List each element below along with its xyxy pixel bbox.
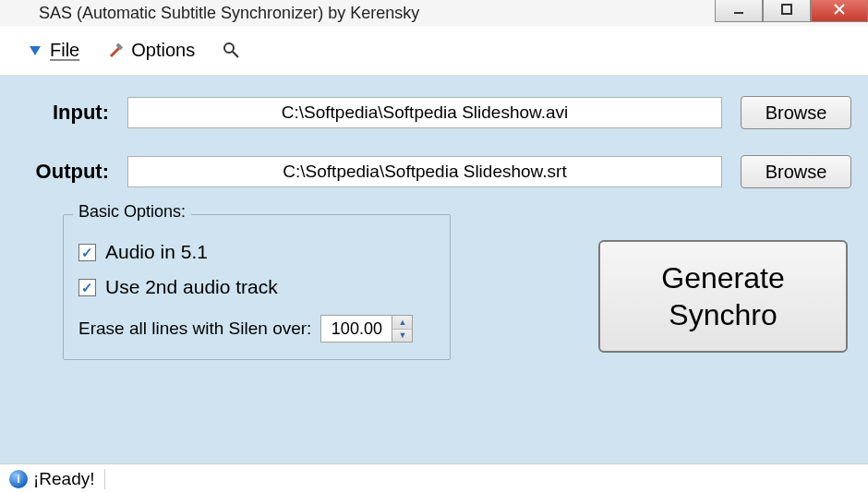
menu-options[interactable]: Options: [100, 36, 202, 65]
check-icon: ✓: [81, 281, 93, 295]
input-path-field[interactable]: C:\Softpedia\Softpedia Slideshow.avi: [127, 97, 722, 128]
status-section: i ¡Ready!: [9, 469, 105, 489]
generate-synchro-button[interactable]: Generate Synchro: [598, 240, 848, 353]
window-controls: [715, 0, 868, 22]
tools-icon: [107, 42, 126, 60]
input-row: Input: C:\Softpedia\Softpedia Slideshow.…: [17, 96, 851, 129]
menu-help[interactable]: [215, 38, 248, 64]
spinner-down-button[interactable]: ▼: [392, 330, 412, 343]
status-text: ¡Ready!: [33, 469, 95, 489]
info-icon: i: [9, 470, 28, 488]
svg-line-11: [233, 52, 238, 57]
basic-options-group: Basic Options: ✓ Audio in 5.1 ✓ Use 2nd …: [63, 214, 451, 360]
menu-file[interactable]: File: [18, 36, 87, 65]
svg-marker-7: [30, 46, 41, 55]
input-label: Input:: [17, 101, 109, 125]
output-row: Output: C:\Softpedia\Softpedia Slideshow…: [17, 155, 851, 188]
main-panel: Input: C:\Softpedia\Softpedia Slideshow.…: [0, 76, 868, 463]
check-icon: ✓: [81, 246, 93, 259]
use2nd-row: ✓ Use 2nd audio track: [78, 276, 435, 298]
erase-label: Erase all lines with Silen over:: [78, 319, 311, 339]
bottom-area: Basic Options: ✓ Audio in 5.1 ✓ Use 2nd …: [17, 214, 851, 360]
maximize-button[interactable]: [763, 0, 811, 22]
audio51-label: Audio in 5.1: [105, 241, 208, 263]
svg-rect-3: [734, 12, 743, 14]
minimize-button[interactable]: [715, 0, 763, 22]
svg-point-10: [224, 43, 234, 53]
titlebar: SAS (Automatic Subtitle Synchronizer) by…: [0, 0, 868, 26]
file-arrow-icon: [26, 42, 44, 60]
window-title: SAS (Automatic Subtitle Synchronizer) by…: [18, 4, 419, 23]
audio51-checkbox[interactable]: ✓: [78, 244, 96, 261]
output-browse-button[interactable]: Browse: [741, 155, 851, 188]
basic-options-legend: Basic Options:: [73, 202, 191, 222]
close-button[interactable]: [811, 0, 868, 22]
menu-options-label: Options: [131, 40, 195, 61]
erase-value-field[interactable]: 100.00: [321, 316, 392, 342]
spinner-up-button[interactable]: ▲: [392, 316, 412, 330]
audio51-row: ✓ Audio in 5.1: [78, 241, 435, 263]
menu-file-label: File: [50, 40, 79, 61]
input-browse-button[interactable]: Browse: [741, 96, 851, 129]
erase-row: Erase all lines with Silen over: 100.00 …: [78, 315, 435, 343]
statusbar: i ¡Ready!: [0, 463, 868, 493]
help-icon: [223, 42, 241, 60]
toolbar: File Options: [0, 26, 868, 76]
svg-rect-4: [782, 5, 791, 14]
output-label: Output:: [17, 160, 109, 184]
output-path-field[interactable]: C:\Softpedia\Softpedia Slideshow.srt: [127, 156, 722, 187]
use2nd-label: Use 2nd audio track: [105, 276, 278, 298]
spinner-buttons: ▲ ▼: [392, 316, 412, 342]
erase-spinner: 100.00 ▲ ▼: [320, 315, 413, 343]
svg-line-8: [111, 48, 119, 56]
use2nd-checkbox[interactable]: ✓: [78, 279, 96, 296]
